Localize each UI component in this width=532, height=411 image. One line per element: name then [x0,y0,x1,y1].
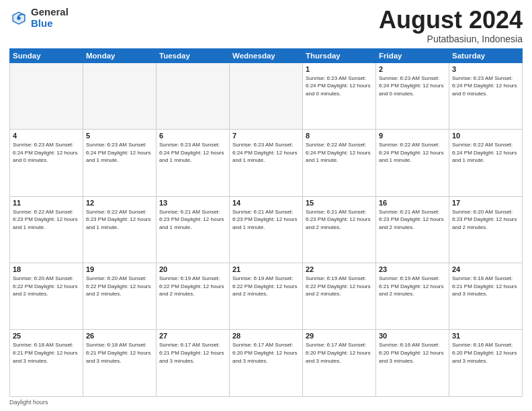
day-info: Sunrise: 6:22 AM Sunset: 6:24 PM Dayligh… [452,141,519,165]
day-info: Sunrise: 6:23 AM Sunset: 6:24 PM Dayligh… [159,141,226,165]
day-number: 14 [232,199,300,207]
day-info: Sunrise: 6:19 AM Sunset: 6:22 PM Dayligh… [232,275,300,298]
day-info: Sunrise: 6:16 AM Sunset: 6:20 PM Dayligh… [379,341,446,365]
day-number: 22 [306,265,373,273]
calendar-table: Sunday Monday Tuesday Wednesday Thursday… [9,48,523,397]
calendar-cell-0-3 [230,62,303,129]
day-info: Sunrise: 6:18 AM Sunset: 6:21 PM Dayligh… [13,341,80,365]
calendar-cell-3-0: 18Sunrise: 6:20 AM Sunset: 6:22 PM Dayli… [10,263,83,330]
day-info: Sunrise: 6:21 AM Sunset: 6:23 PM Dayligh… [159,208,226,232]
day-number: 28 [232,332,300,340]
day-number: 11 [13,199,80,207]
day-number: 21 [232,265,300,273]
day-number: 26 [86,332,153,340]
calendar-cell-0-5: 2Sunrise: 6:23 AM Sunset: 6:24 PM Daylig… [376,62,449,129]
col-saturday: Saturday [449,48,523,62]
page: General Blue August 2024 Putatbasiun, In… [0,0,532,411]
day-number: 2 [379,65,446,73]
day-info: Sunrise: 6:22 AM Sunset: 6:24 PM Dayligh… [379,141,446,165]
day-number: 29 [306,332,373,340]
calendar-cell-4-5: 30Sunrise: 6:16 AM Sunset: 6:20 PM Dayli… [376,330,449,397]
calendar-week-0: 1Sunrise: 6:23 AM Sunset: 6:24 PM Daylig… [10,62,523,129]
calendar-header-row: Sunday Monday Tuesday Wednesday Thursday… [10,48,523,62]
day-number: 31 [452,332,519,340]
logo-text: General Blue [31,7,69,29]
col-sunday: Sunday [10,48,83,62]
calendar-week-4: 25Sunrise: 6:18 AM Sunset: 6:21 PM Dayli… [10,330,523,397]
day-info: Sunrise: 6:20 AM Sunset: 6:22 PM Dayligh… [13,275,80,298]
col-wednesday: Wednesday [230,48,303,62]
day-info: Sunrise: 6:21 AM Sunset: 6:23 PM Dayligh… [379,208,446,232]
day-info: Sunrise: 6:22 AM Sunset: 6:24 PM Dayligh… [306,141,373,165]
calendar-cell-1-5: 9Sunrise: 6:22 AM Sunset: 6:24 PM Daylig… [376,130,449,196]
logo-icon [9,9,28,28]
day-number: 12 [86,199,153,207]
calendar-cell-2-2: 13Sunrise: 6:21 AM Sunset: 6:23 PM Dayli… [157,196,230,263]
calendar-cell-4-0: 25Sunrise: 6:18 AM Sunset: 6:21 PM Dayli… [10,330,83,397]
title-month: August 2024 [379,7,523,34]
day-info: Sunrise: 6:19 AM Sunset: 6:21 PM Dayligh… [379,275,446,298]
day-number: 16 [379,199,446,207]
day-number: 4 [13,132,80,140]
day-number: 15 [306,199,373,207]
calendar-cell-1-4: 8Sunrise: 6:22 AM Sunset: 6:24 PM Daylig… [303,130,376,196]
day-number: 19 [86,265,153,273]
svg-point-2 [17,16,20,19]
calendar-cell-2-4: 15Sunrise: 6:21 AM Sunset: 6:23 PM Dayli… [303,196,376,263]
day-number: 25 [13,332,80,340]
day-number: 27 [159,332,226,340]
calendar-cell-1-0: 4Sunrise: 6:23 AM Sunset: 6:24 PM Daylig… [10,130,83,196]
day-info: Sunrise: 6:22 AM Sunset: 6:23 PM Dayligh… [13,208,80,232]
calendar-cell-1-2: 6Sunrise: 6:23 AM Sunset: 6:24 PM Daylig… [157,130,230,196]
calendar-cell-1-3: 7Sunrise: 6:23 AM Sunset: 6:24 PM Daylig… [230,130,303,196]
calendar-week-1: 4Sunrise: 6:23 AM Sunset: 6:24 PM Daylig… [10,130,523,196]
day-number: 3 [452,65,519,73]
calendar-cell-3-6: 24Sunrise: 6:18 AM Sunset: 6:21 PM Dayli… [449,263,523,330]
day-info: Sunrise: 6:17 AM Sunset: 6:21 PM Dayligh… [159,341,226,365]
calendar-cell-2-5: 16Sunrise: 6:21 AM Sunset: 6:23 PM Dayli… [376,196,449,263]
calendar-cell-4-4: 29Sunrise: 6:17 AM Sunset: 6:20 PM Dayli… [303,330,376,397]
day-number: 9 [379,132,446,140]
calendar-cell-2-3: 14Sunrise: 6:21 AM Sunset: 6:23 PM Dayli… [230,196,303,263]
day-info: Sunrise: 6:20 AM Sunset: 6:22 PM Dayligh… [86,275,153,298]
day-info: Sunrise: 6:17 AM Sunset: 6:20 PM Dayligh… [232,341,300,365]
day-info: Sunrise: 6:23 AM Sunset: 6:24 PM Dayligh… [232,141,300,165]
calendar-cell-0-2 [157,62,230,129]
day-info: Sunrise: 6:16 AM Sunset: 6:20 PM Dayligh… [452,341,519,365]
header: General Blue August 2024 Putatbasiun, In… [9,7,523,44]
calendar-cell-4-1: 26Sunrise: 6:18 AM Sunset: 6:21 PM Dayli… [83,330,157,397]
calendar-cell-0-0 [10,62,83,129]
calendar-cell-4-3: 28Sunrise: 6:17 AM Sunset: 6:20 PM Dayli… [230,330,303,397]
day-info: Sunrise: 6:20 AM Sunset: 6:23 PM Dayligh… [452,208,519,232]
day-info: Sunrise: 6:23 AM Sunset: 6:24 PM Dayligh… [306,75,373,98]
calendar-cell-0-6: 3Sunrise: 6:23 AM Sunset: 6:24 PM Daylig… [449,62,523,129]
day-number: 6 [159,132,226,140]
day-number: 18 [13,265,80,273]
day-number: 17 [452,199,519,207]
title-location: Putatbasiun, Indonesia [379,34,523,44]
day-info: Sunrise: 6:21 AM Sunset: 6:23 PM Dayligh… [306,208,373,232]
calendar-cell-2-6: 17Sunrise: 6:20 AM Sunset: 6:23 PM Dayli… [449,196,523,263]
calendar-cell-1-6: 10Sunrise: 6:22 AM Sunset: 6:24 PM Dayli… [449,130,523,196]
col-tuesday: Tuesday [157,48,230,62]
calendar-cell-3-1: 19Sunrise: 6:20 AM Sunset: 6:22 PM Dayli… [83,263,157,330]
day-info: Sunrise: 6:21 AM Sunset: 6:23 PM Dayligh… [232,208,300,232]
calendar-cell-3-5: 23Sunrise: 6:19 AM Sunset: 6:21 PM Dayli… [376,263,449,330]
calendar-cell-4-2: 27Sunrise: 6:17 AM Sunset: 6:21 PM Dayli… [157,330,230,397]
day-number: 1 [306,65,373,73]
calendar-week-3: 18Sunrise: 6:20 AM Sunset: 6:22 PM Dayli… [10,263,523,330]
day-info: Sunrise: 6:22 AM Sunset: 6:23 PM Dayligh… [86,208,153,232]
day-info: Sunrise: 6:23 AM Sunset: 6:24 PM Dayligh… [452,75,519,98]
title-block: August 2024 Putatbasiun, Indonesia [379,7,523,44]
day-info: Sunrise: 6:23 AM Sunset: 6:24 PM Dayligh… [379,75,446,98]
calendar-cell-3-4: 22Sunrise: 6:19 AM Sunset: 6:22 PM Dayli… [303,263,376,330]
day-number: 5 [86,132,153,140]
footer-note: Daylight hours [9,399,523,406]
day-info: Sunrise: 6:19 AM Sunset: 6:22 PM Dayligh… [306,275,373,298]
calendar-cell-3-2: 20Sunrise: 6:19 AM Sunset: 6:22 PM Dayli… [157,263,230,330]
calendar-cell-2-1: 12Sunrise: 6:22 AM Sunset: 6:23 PM Dayli… [83,196,157,263]
day-number: 13 [159,199,226,207]
day-number: 30 [379,332,446,340]
calendar-cell-0-1 [83,62,157,129]
day-number: 7 [232,132,300,140]
